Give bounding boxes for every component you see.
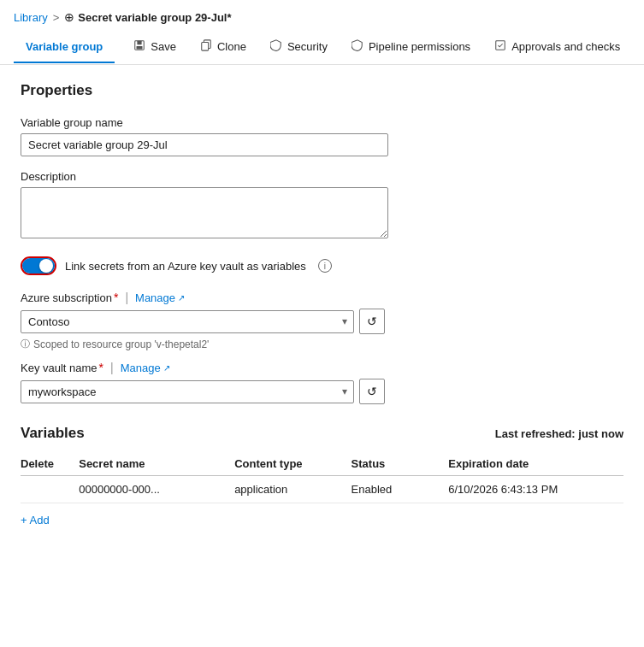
main-content: Properties Variable group name Descripti…: [0, 65, 644, 550]
col-header-content-type: Content type: [234, 452, 351, 476]
col-header-status: Status: [352, 452, 449, 476]
page-title: Secret variable group 29-Jul*: [78, 11, 231, 24]
refresh-icon: ↺: [367, 315, 377, 328]
svg-rect-5: [496, 41, 505, 50]
key-vault-refresh-icon: ↺: [367, 385, 377, 398]
col-header-delete: Delete: [21, 452, 79, 476]
variable-group-name-input[interactable]: [21, 133, 388, 156]
key-vault-select[interactable]: myworkspace: [21, 380, 354, 403]
tab-variable-group-label: Variable group: [26, 40, 103, 53]
scope-note: ⓘ Scoped to resource group 'v-thepetal2': [21, 338, 623, 350]
cell-status: Enabled: [352, 476, 449, 503]
key-vault-manage-link[interactable]: Manage ↗: [121, 362, 170, 374]
variables-header: Variables Last refreshed: just now: [21, 425, 623, 442]
key-vault-refresh-button[interactable]: ↺: [359, 379, 385, 404]
manage-label: Manage: [135, 291, 175, 304]
description-input[interactable]: [21, 187, 388, 238]
toggle-row: Link secrets from an Azure key vault as …: [21, 256, 623, 275]
azure-subscription-manage-link[interactable]: Manage ↗: [135, 291, 185, 304]
breadcrumb-separator: >: [53, 11, 60, 24]
azure-keyvault-toggle[interactable]: [21, 256, 56, 275]
tab-variable-group[interactable]: Variable group: [14, 32, 115, 63]
table-row: 00000000-000... application Enabled 6/10…: [21, 476, 623, 503]
breadcrumb: Library > ⊕ Secret variable group 29-Jul…: [0, 0, 644, 31]
cell-expiration-date: 6/10/2026 6:43:13 PM: [448, 476, 623, 503]
variables-table-body: 00000000-000... application Enabled 6/10…: [21, 476, 623, 503]
info-icon[interactable]: i: [318, 259, 332, 273]
tab-pipeline-permissions[interactable]: Pipeline permissions: [340, 31, 482, 64]
description-group: Description: [21, 170, 623, 241]
add-variable-label: + Add: [21, 514, 50, 526]
save-icon: [133, 39, 145, 54]
cell-delete: [21, 476, 79, 503]
pipeline-permissions-icon: [352, 39, 363, 54]
properties-section: Properties Variable group name Descripti…: [21, 82, 623, 275]
add-variable-button[interactable]: + Add: [21, 507, 50, 533]
scope-note-text: Scoped to resource group 'v-thepetal2': [33, 338, 209, 350]
approvals-checks-icon: [494, 39, 506, 54]
col-header-secret-name: Secret name: [79, 452, 234, 476]
tab-pipeline-permissions-label: Pipeline permissions: [369, 40, 470, 53]
azure-subscription-refresh-button[interactable]: ↺: [359, 309, 385, 334]
key-vault-section: Key vault name * | Manage ↗ myworkspace …: [21, 361, 623, 404]
key-vault-dropdown-container: myworkspace ▾: [21, 380, 354, 403]
toggle-thumb: [39, 259, 53, 273]
azure-subscription-required: *: [114, 291, 118, 304]
key-vault-dropdown-row: myworkspace ▾ ↺: [21, 379, 623, 404]
azure-subscription-dropdown-row: Contoso ▾ ↺: [21, 309, 623, 334]
variable-group-icon: ⊕: [64, 10, 74, 24]
tab-security-label: Security: [287, 40, 328, 53]
variables-table: Delete Secret name Content type Status E…: [21, 452, 623, 503]
variables-section: Variables Last refreshed: just now Delet…: [21, 425, 623, 533]
svg-rect-4: [202, 43, 209, 51]
key-vault-separator: |: [110, 361, 114, 374]
toggle-label: Link secrets from an Azure key vault as …: [65, 260, 306, 273]
variable-group-name-group: Variable group name: [21, 116, 623, 156]
breadcrumb-library-link[interactable]: Library: [14, 11, 48, 24]
tab-bar: Variable group Save Clone Security: [0, 31, 644, 65]
azure-subscription-label: Azure subscription: [21, 291, 112, 304]
key-vault-required: *: [99, 361, 103, 374]
cell-content-type: application: [234, 476, 351, 503]
key-vault-manage-label: Manage: [121, 362, 161, 374]
tab-approvals-checks-label: Approvals and checks: [511, 40, 620, 53]
properties-title: Properties: [21, 82, 623, 99]
azure-subscription-dropdown-container: Contoso ▾: [21, 310, 354, 333]
tab-approvals-checks[interactable]: Approvals and checks: [482, 31, 632, 64]
manage-external-icon: ↗: [178, 293, 185, 303]
clone-icon: [200, 39, 212, 54]
tab-clone[interactable]: Clone: [188, 31, 258, 64]
azure-subscription-section: Azure subscription * | Manage ↗ Contoso …: [21, 291, 623, 350]
azure-subscription-label-row: Azure subscription * | Manage ↗: [21, 291, 623, 304]
key-vault-external-icon: ↗: [163, 363, 170, 373]
tab-security[interactable]: Security: [258, 31, 340, 64]
security-icon: [270, 39, 282, 54]
tab-clone-label: Clone: [217, 40, 246, 53]
scope-info-icon: ⓘ: [21, 338, 30, 350]
field-separator: |: [125, 291, 128, 304]
tab-save[interactable]: Save: [121, 31, 188, 64]
svg-rect-2: [137, 46, 143, 50]
key-vault-label-row: Key vault name * | Manage ↗: [21, 361, 623, 374]
variable-group-name-label: Variable group name: [21, 116, 623, 129]
variables-title: Variables: [21, 425, 85, 442]
tab-save-label: Save: [151, 40, 176, 53]
description-label: Description: [21, 170, 623, 183]
svg-rect-1: [138, 41, 142, 44]
key-vault-label: Key vault name: [21, 362, 97, 374]
azure-subscription-select[interactable]: Contoso: [21, 310, 354, 333]
variables-table-header: Delete Secret name Content type Status E…: [21, 452, 623, 476]
last-refreshed: Last refreshed: just now: [495, 427, 623, 440]
col-header-expiration-date: Expiration date: [448, 452, 623, 476]
cell-secret-name: 00000000-000...: [79, 476, 234, 503]
toggle-track: [22, 258, 55, 274]
